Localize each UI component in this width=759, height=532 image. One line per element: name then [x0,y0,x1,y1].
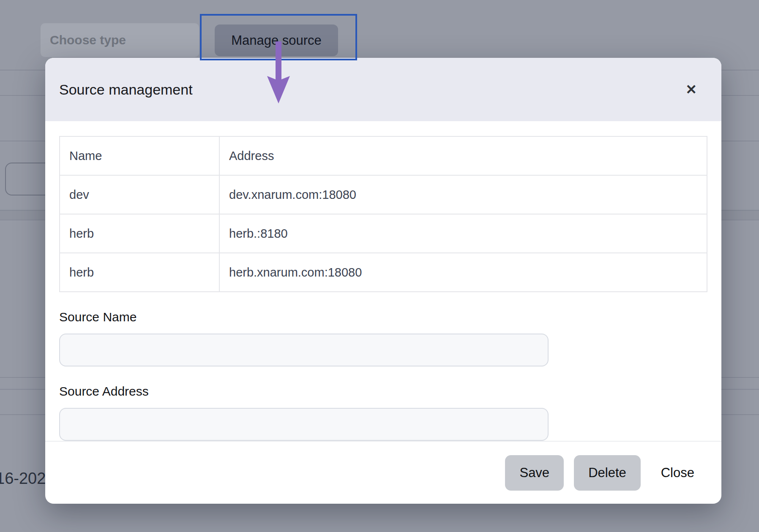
manage-source-label: Manage source [231,33,322,48]
dialog-footer: Save Delete Close [45,441,721,504]
close-icon[interactable]: ✕ [683,80,699,99]
source-name-cell[interactable]: dev [60,175,219,214]
source-address-input[interactable] [59,408,549,441]
dialog-body: Name Address dev dev.xnarum.com:18080 he… [45,121,721,441]
column-header-address: Address [219,136,707,175]
source-name-cell[interactable]: herb [60,214,219,253]
delete-button[interactable]: Delete [574,455,641,491]
source-address-cell[interactable]: dev.xnarum.com:18080 [219,175,707,214]
save-button[interactable]: Save [505,455,564,491]
source-address-cell[interactable]: herb.:8180 [219,214,707,253]
dialog-header: Source management ✕ [45,58,721,121]
manage-source-button[interactable]: Manage source [215,24,338,56]
dialog-title: Source management [59,81,193,98]
column-header-name: Name [60,136,219,175]
choose-type-label: Choose type [50,33,126,47]
source-address-cell[interactable]: herb.xnarum.com:18080 [219,253,707,292]
source-name-cell[interactable]: herb [60,253,219,292]
table-header-row: Name Address [60,136,707,175]
close-button[interactable]: Close [651,465,699,480]
source-name-label: Source Name [59,310,707,324]
source-name-input[interactable] [59,334,549,366]
source-management-dialog: Source management ✕ Name Address dev dev… [45,58,721,504]
source-address-label: Source Address [59,384,707,399]
table-row[interactable]: herb herb.:8180 [60,214,707,253]
table-row[interactable]: herb herb.xnarum.com:18080 [60,253,707,292]
table-row[interactable]: dev dev.xnarum.com:18080 [60,175,707,214]
choose-type-select[interactable]: Choose type [41,23,199,57]
sources-table: Name Address dev dev.xnarum.com:18080 he… [59,136,707,292]
